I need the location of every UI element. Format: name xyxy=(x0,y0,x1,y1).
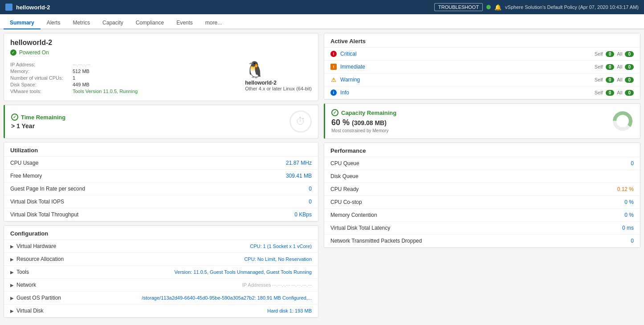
util-row-cpu: CPU Usage 21.87 MHz xyxy=(4,157,318,170)
vmtools-label: VMware tools: xyxy=(10,89,73,94)
linux-icon: 🐧 xyxy=(245,62,312,78)
perf-disklatency-value: 0 ms xyxy=(622,225,634,231)
util-pagein-label: Guest Page In Rate per second xyxy=(10,186,85,192)
alert-info-left: i Info xyxy=(330,89,349,96)
config-row-network[interactable]: ▶ Network IP Addresses ···.···.·.··· ···… xyxy=(4,279,318,292)
all-label-info: All xyxy=(617,90,622,95)
perf-memcontention-value: 0 % xyxy=(624,212,634,218)
header-vm-name: helloworld-2 xyxy=(16,4,50,11)
vcpus-row: Number of virtual CPUs: 1 xyxy=(10,75,245,81)
perf-row-cpuready: CPU Ready 0.12 % xyxy=(324,183,640,196)
bell-icon: 🔔 xyxy=(494,4,501,11)
tab-alerts[interactable]: Alerts xyxy=(41,17,67,29)
header-right: TROUBLESHOOT 🔔 vSphere Solution's Defaul… xyxy=(434,3,639,11)
perf-row-netdrop: Network Transmitted Packets Dropped 0 xyxy=(324,235,640,248)
utilization-header: Utilization xyxy=(4,142,318,157)
ip-value: ···.···.·.··· xyxy=(73,62,245,67)
perf-row-cpucostop: CPU Co-stop 0 % xyxy=(324,196,640,209)
vcpus-label: Number of virtual CPUs: xyxy=(10,75,73,81)
vmtools-row: VMware tools: Tools Version 11.0.5, Runn… xyxy=(10,89,245,94)
perf-row-memcontention: Memory Contention 0 % xyxy=(324,209,640,222)
tab-summary[interactable]: Summary xyxy=(4,17,41,29)
os-name: helloworld-2 xyxy=(245,80,312,86)
chevron-right-icon: ▶ xyxy=(10,244,14,249)
capacity-donut-chart xyxy=(611,110,634,132)
tab-events[interactable]: Events xyxy=(170,17,199,29)
capacity-info: ✓ Capacity Remaining 60 % (309.08 MB) Mo… xyxy=(331,109,396,133)
perf-cpuqueue-value: 0 xyxy=(631,160,634,167)
tab-compliance[interactable]: Compliance xyxy=(130,17,170,29)
alert-info-right: Self 0 All 0 xyxy=(595,90,634,96)
disk-label: Disk Space: xyxy=(10,82,73,87)
config-network-left: ▶ Network xyxy=(10,282,36,288)
self-label-warning: Self xyxy=(595,77,603,82)
warning-self-badge: 0 xyxy=(606,77,615,83)
right-column: Active Alerts ! Critical Self 0 All 0 ! … xyxy=(322,29,644,325)
util-cpu-value: 21.87 MHz xyxy=(286,160,312,166)
config-resource-left: ▶ Resource Allocation xyxy=(10,256,64,262)
chevron-right-icon-4: ▶ xyxy=(10,283,14,288)
perf-row-diskqueue: Disk Queue xyxy=(324,170,640,183)
utilization-card: Utilization CPU Usage 21.87 MHz Free Mem… xyxy=(4,142,318,222)
perf-memcontention-label: Memory Contention xyxy=(330,212,377,218)
alert-warning-left: ⚠ Warning xyxy=(330,77,360,83)
perf-row-disklatency: Virtual Disk Total Latency 0 ms xyxy=(324,222,640,235)
config-row-vhw[interactable]: ▶ Virtual Hardware CPU: 1 (1 Socket x 1 … xyxy=(4,240,318,253)
time-value: > 1 Year xyxy=(11,122,65,130)
perf-netdrop-value: 0 xyxy=(631,238,634,244)
capacity-title: ✓ Capacity Remaining xyxy=(331,109,396,116)
chevron-right-icon-6: ▶ xyxy=(10,309,14,313)
tab-more[interactable]: more... xyxy=(199,17,228,29)
tab-metrics[interactable]: Metrics xyxy=(66,17,96,29)
config-vhw-value: CPU: 1 (1 Socket x 1 vCore) xyxy=(250,244,312,249)
time-remaining-card: ✓ Time Remaining > 1 Year ⏱ xyxy=(4,105,318,138)
util-memory-value: 309.41 MB xyxy=(286,173,312,179)
vmtools-value: Tools Version 11.0.5, Running xyxy=(73,89,245,94)
tab-capacity[interactable]: Capacity xyxy=(96,17,130,29)
perf-row-cpuqueue: CPU Queue 0 xyxy=(324,157,640,170)
util-pagein-value: 0 xyxy=(309,186,312,192)
perf-netdrop-label: Network Transmitted Packets Dropped xyxy=(330,238,422,244)
config-row-partition[interactable]: ▶ Guest OS Partition /storage/113a2d49-6… xyxy=(4,292,318,305)
immediate-label[interactable]: Immediate xyxy=(340,64,365,70)
perf-cpucostop-value: 0 % xyxy=(624,199,634,205)
all-label-critical: All xyxy=(617,51,622,57)
immediate-self-badge: 0 xyxy=(606,64,615,70)
critical-label[interactable]: Critical xyxy=(340,51,357,57)
policy-label: vSphere Solution's Default Policy (Apr 0… xyxy=(505,4,639,10)
green-dot-icon xyxy=(486,5,491,9)
self-label-info: Self xyxy=(595,90,603,95)
perf-disklatency-label: Virtual Disk Total Latency xyxy=(330,225,390,231)
critical-icon: ! xyxy=(330,51,337,57)
config-vdisk-label: Virtual Disk xyxy=(16,308,43,314)
alert-immediate-left: ! Immediate xyxy=(330,64,365,70)
disk-value: 449 MB xyxy=(73,82,245,87)
config-network-value: IP Addresses ···.···.·.··· ···.···.···.·… xyxy=(242,282,312,288)
config-row-resource[interactable]: ▶ Resource Allocation CPU: No Limit, No … xyxy=(4,253,318,266)
capacity-sub: Most constrained by Memory xyxy=(331,128,396,133)
config-row-tools[interactable]: ▶ Tools Version: 11.0.5, Guest Tools Unm… xyxy=(4,266,318,279)
util-throughput-label: Virtual Disk Total Throughput xyxy=(10,211,78,218)
performance-header: Performance xyxy=(324,143,640,157)
active-alerts-card: Active Alerts ! Critical Self 0 All 0 ! … xyxy=(324,33,640,100)
config-header: Configuration xyxy=(4,226,318,240)
util-row-throughput: Virtual Disk Total Throughput 0 KBps xyxy=(4,208,318,221)
capacity-value: 60 % (309.08 MB) xyxy=(331,118,396,127)
util-throughput-value: 0 KBps xyxy=(294,211,312,218)
troubleshoot-button[interactable]: TROUBLESHOOT xyxy=(434,3,483,11)
alerts-header: Active Alerts xyxy=(324,33,640,48)
perf-cpuqueue-label: CPU Queue xyxy=(330,160,359,167)
left-column: helloworld-2 ✓ Powered On IP Address: ··… xyxy=(0,29,322,325)
os-version: Other 4.x or later Linux (64-bit) xyxy=(245,86,312,91)
info-label[interactable]: Info xyxy=(340,89,349,96)
vm-header-icon xyxy=(5,4,12,11)
disk-row: Disk Space: 449 MB xyxy=(10,82,245,87)
all-label-warning: All xyxy=(617,77,622,82)
vm-name: helloworld-2 xyxy=(10,39,312,47)
configuration-card: Configuration ▶ Virtual Hardware CPU: 1 … xyxy=(4,225,318,318)
config-row-vdisk[interactable]: ▶ Virtual Disk Hard disk 1: 193 MB xyxy=(4,305,318,317)
warning-icon: ⚠ xyxy=(330,77,337,83)
warning-label[interactable]: Warning xyxy=(340,77,360,83)
memory-label: Memory: xyxy=(10,69,73,74)
time-status-icon: ✓ xyxy=(11,114,18,121)
